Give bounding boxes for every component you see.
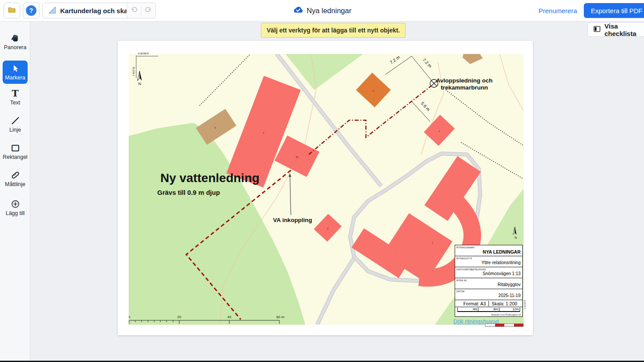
redo-icon [145,6,152,15]
svg-text:N: N [514,236,517,240]
title-block: RITNINGSNAMN NYA LEDNINGAR RITNINGSTYP Y… [455,245,523,317]
svg-text:40: 40 [228,315,232,319]
coord-east-right-label: E 603879 [524,300,526,309]
prenumerera-link[interactable]: Prenumerera [539,0,577,21]
tool-hint-banner: Välj ett verktyg för att lägga till ett … [261,23,405,38]
show-checklist-button[interactable]: Visa checklista [587,22,644,37]
field-value: Ritabygglov [455,282,522,287]
annotation-title[interactable]: Ny vattenledning [160,171,260,185]
kartunderlag-button[interactable]: Kartunderlag och skala [42,3,139,18]
titleblock-scalebar: 4m 8m 12m [455,307,522,313]
annotation-avlopp-line2[interactable]: trekammarbrunn [441,84,488,91]
svg-text:1: 1 [432,241,434,244]
field-value: NYA LEDNINGAR [455,249,522,254]
field-value: Snömosvägen 1:13 [455,271,522,276]
tool-label: Markera [3,75,28,81]
hand-icon [0,33,30,43]
skala-value: Skala: 1:200 [489,301,522,306]
drawing-canvas[interactable]: 5 58 6 4 2 3 1 [118,41,533,335]
svg-text:N: N [138,82,141,86]
export-pdf-button[interactable]: Exportera till PDF [584,3,644,18]
svg-text:0: 0 [128,315,130,319]
coord-east-label: E 603711 [132,67,135,76]
titleblock-field: DATUM 2025-11-19 [455,289,522,300]
field-label: DATUM [455,289,522,293]
tool-label: Linje [0,127,30,133]
ruler-icon [0,170,30,180]
tool-label: Text [0,100,30,106]
page-title: Nya ledningar [307,7,351,15]
scale-tick: 8m [478,308,499,312]
help-button[interactable]: ? [23,3,40,18]
tool-linje[interactable]: Linje [0,115,30,133]
tool-label: Rektangel [0,154,30,160]
titleblock-field: FASTIGHETSBETECKNING Snömosvägen 1:13 [455,267,522,278]
svg-text:5: 5 [263,132,264,134]
tool-text[interactable]: T Text [0,88,30,106]
set-square-icon [48,6,57,16]
titleblock-field: RITNINGSNAMN NYA LEDNINGAR [455,245,522,256]
svg-text:60 m: 60 m [276,315,284,319]
svg-text:2: 2 [439,130,440,133]
svg-text:6: 6 [215,126,216,129]
titleblock-format-row: Format: A3 Skala: 1:200 [455,300,522,307]
tool-rektangel[interactable]: Rektangel [0,143,30,160]
tool-sidebar: Panorera Markera T Text Linje Rektangel [0,21,30,362]
undo-icon [130,6,138,15]
redo-button[interactable] [141,3,156,18]
field-label: FASTIGHETSBETECKNING [455,267,522,271]
tool-markera[interactable]: Markera [3,61,28,84]
field-label: RITAD AV [455,278,522,282]
map-scalebar-caption: Skala 1:408. SWEREF 99 TM. RH 2000. [129,325,173,327]
rectangle-icon [0,143,30,153]
cloud-check-icon [293,5,303,16]
field-label: RITNINGSNAMN [455,245,522,249]
titleblock-credit: Skapad med Ritabygglov.se [455,313,522,316]
field-label: RITNINGSTYP [455,256,522,260]
svg-text:3: 3 [327,227,329,230]
format-value: Format: A3 [455,301,488,306]
panel-icon [593,25,601,34]
undo-button[interactable] [127,3,141,18]
tool-lagg-till[interactable]: Lägg till [0,199,30,216]
header-bar: ? Kartunderlag och skala [0,0,644,22]
svg-text:20: 20 [177,315,181,319]
kartunderlag-label: Kartunderlag och skala [60,7,133,14]
line-icon [0,115,30,126]
open-folder-button[interactable] [4,3,20,18]
document-title: Nya ledningar [293,0,351,21]
svg-text:58: 58 [296,156,298,158]
tool-panorera[interactable]: Panorera [0,33,30,50]
field-value: Yttre relationsritning [455,260,522,265]
tool-label: Panorera [0,44,30,50]
plus-circle-icon [0,199,30,209]
checklist-label: Visa checklista [604,22,644,37]
tool-label: Måttlinje [0,181,30,187]
undo-redo-group [127,3,156,18]
annotation-va[interactable]: VA inkoppling [273,217,312,223]
tool-label: Lägg till [0,210,30,216]
titleblock-field: RITAD AV Ritabygglov [455,278,522,289]
folder-icon [7,5,16,16]
scale-tick: 12m [499,308,520,312]
tool-mattlinje[interactable]: Måttlinje [0,170,30,187]
text-icon: T [0,88,30,99]
field-value: 2025-11-19 [455,293,522,298]
annotation-avlopp-line1[interactable]: Avloppsledning och [436,77,493,84]
svg-text:4: 4 [373,90,374,92]
titleblock-field: RITNINGSTYP Yttre relationsritning [455,256,522,267]
help-icon: ? [26,5,36,16]
coord-north-label: N 6578975 [138,52,149,55]
mini-scale-bar [485,323,524,327]
cursor-icon [3,63,28,74]
scale-tick: 4m [458,308,478,312]
annotation-subtitle[interactable]: Grävs till 0.9 m djup [157,189,220,196]
